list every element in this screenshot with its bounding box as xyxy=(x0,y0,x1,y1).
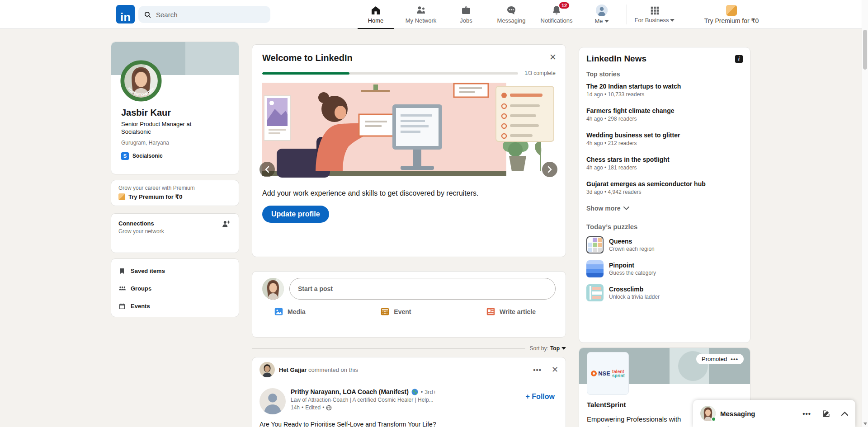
author-name[interactable]: Prithy Narayann, LOA Coach (Manifest) xyxy=(291,388,409,395)
premium-upsell-card: Grow your career with Premium Try Premiu… xyxy=(111,180,239,206)
connections-card[interactable]: Connections Grow your network xyxy=(111,213,239,253)
start-post-input[interactable]: Start a post xyxy=(289,278,556,300)
connections-subtitle: Grow your network xyxy=(118,228,231,235)
sprint-logo-text: sprint xyxy=(612,374,625,378)
chevron-down-icon xyxy=(670,19,675,22)
nav-messaging-label: Messaging xyxy=(497,17,526,24)
composer-avatar[interactable] xyxy=(262,278,284,300)
puzzle-desc: Crown each region xyxy=(609,246,655,252)
post-close-icon[interactable]: ✕ xyxy=(552,365,558,375)
post-composer-card: Start a post Media Event Write article xyxy=(252,271,566,338)
puzzle-queens[interactable]: Queens Crown each region xyxy=(586,236,743,253)
nav-jobs[interactable]: Jobs xyxy=(443,0,489,29)
sidebar-item-groups[interactable]: Groups xyxy=(118,280,231,297)
story-title: The 20 Indian startups to watch xyxy=(586,83,743,90)
post-author-row: Prithy Narayann, LOA Coach (Manifest) • … xyxy=(259,388,558,414)
context-avatar[interactable] xyxy=(259,362,275,377)
carousel-next-button[interactable] xyxy=(542,162,557,177)
linkedin-home-page: in Home My Network Jobs Messaging xyxy=(0,0,868,427)
media-button[interactable]: Media xyxy=(274,307,306,316)
welcome-card: Welcome to LinkedIn ✕ 1/3 complete xyxy=(252,44,566,257)
profile-name[interactable]: Jasbir Kaur xyxy=(121,108,229,118)
search-input[interactable] xyxy=(156,11,255,19)
nav-for-business[interactable]: For Business xyxy=(631,0,678,29)
scrollbar-down-arrow[interactable] xyxy=(863,422,867,425)
page-scrollbar[interactable] xyxy=(862,0,868,427)
puzzle-pinpoint[interactable]: Pinpoint Guess the category xyxy=(586,260,743,277)
profile-avatar-open-to-work[interactable]: #OPENTOWORK xyxy=(120,60,162,102)
scrollbar-thumb[interactable] xyxy=(863,30,867,70)
try-premium-link[interactable]: Try Premium for ₹0 xyxy=(686,0,777,29)
chevron-up-icon[interactable] xyxy=(841,412,848,416)
show-more-button[interactable]: Show more xyxy=(586,205,743,212)
me-avatar xyxy=(596,5,608,16)
nav-jobs-label: Jobs xyxy=(460,17,472,24)
try-premium-label: Try Premium for ₹0 xyxy=(704,17,759,24)
post-meta: 14h • Edited • xyxy=(291,404,436,411)
puzzle-crossclimb[interactable]: Crossclimb Unlock a trivia ladder xyxy=(586,284,743,301)
connections-title: Connections xyxy=(118,220,231,227)
my-network-icon xyxy=(415,5,426,16)
messaging-dock[interactable]: Messaging ••• xyxy=(693,400,855,427)
nav-home[interactable]: Home xyxy=(353,0,398,29)
carousel-previous-button[interactable] xyxy=(259,162,275,177)
onboarding-illustration xyxy=(262,83,557,179)
premium-icon xyxy=(118,193,125,200)
author-avatar[interactable] xyxy=(259,388,286,414)
ad-logo[interactable]: NSE talent sprint xyxy=(587,352,629,395)
divider xyxy=(252,348,525,349)
ad-more-icon[interactable]: ••• xyxy=(731,356,738,362)
connection-degree: • 3rd+ xyxy=(421,389,437,395)
news-story[interactable]: Farmers fight climate change 4h ago • 29… xyxy=(586,107,743,122)
for-business-label: For Business xyxy=(635,17,669,23)
profile-company-name: Socialsonic xyxy=(132,153,163,159)
ad-brand-name[interactable]: TalentSprint xyxy=(587,401,626,408)
event-button[interactable]: Event xyxy=(380,307,411,316)
linkedin-logo[interactable]: in xyxy=(116,5,135,23)
sidebar-item-events[interactable]: Events xyxy=(118,297,231,315)
nav-messaging[interactable]: Messaging xyxy=(489,0,534,29)
search-bar[interactable] xyxy=(138,6,270,23)
sort-by-dropdown[interactable]: Sort by: Top xyxy=(530,345,566,352)
follow-button[interactable]: + Follow xyxy=(526,393,555,401)
premium-icon xyxy=(726,5,737,16)
show-more-label: Show more xyxy=(586,205,620,212)
event-icon xyxy=(380,307,390,316)
globe-earth-icon xyxy=(411,389,418,395)
premium-upsell-cta[interactable]: Try Premium for ₹0 xyxy=(118,193,231,200)
groups-icon xyxy=(118,285,126,292)
context-actor-name[interactable]: Het Gajjar xyxy=(279,366,307,373)
profile-company[interactable]: S Socialsonic xyxy=(121,152,229,160)
promoted-label: Promoted xyxy=(702,356,727,362)
nse-logo-text: NSE xyxy=(598,370,610,377)
post-body-text: Are You Ready to Prioritise Self-Love an… xyxy=(259,421,558,427)
main-feed: Welcome to LinkedIn ✕ 1/3 complete xyxy=(252,44,566,427)
grid-icon xyxy=(650,5,660,15)
write-article-icon xyxy=(486,307,495,316)
nav-notifications[interactable]: 12 Notifications xyxy=(534,0,579,29)
sidebar-item-saved-items[interactable]: Saved items xyxy=(118,262,231,280)
profile-card: #OPENTOWORK Jasbir Kaur Senior Product M… xyxy=(111,42,239,174)
nav-me[interactable]: Me xyxy=(579,0,624,29)
news-story[interactable]: Wedding business set to glitter 4h ago •… xyxy=(586,131,743,146)
messaging-more-icon[interactable]: ••• xyxy=(802,410,811,418)
news-story[interactable]: Chess stars in the spotlight 4h ago • 18… xyxy=(586,156,743,171)
nav-divider xyxy=(627,5,627,24)
add-person-icon[interactable] xyxy=(221,219,231,229)
news-story[interactable]: Gujarat emerges as semiconductor hub 3d … xyxy=(586,180,743,195)
update-profile-button[interactable]: Update profile xyxy=(262,206,329,223)
write-article-button[interactable]: Write article xyxy=(486,307,536,316)
close-icon[interactable]: ✕ xyxy=(549,52,557,62)
post-more-icon[interactable]: ••• xyxy=(533,366,542,374)
chevron-down-icon xyxy=(623,206,629,210)
news-story[interactable]: The 20 Indian startups to watch 1d ago •… xyxy=(586,83,743,98)
info-icon[interactable]: i xyxy=(735,55,743,63)
compose-icon[interactable] xyxy=(822,409,830,418)
nav-my-network[interactable]: My Network xyxy=(398,0,443,29)
progress-fill xyxy=(262,72,349,75)
profile-headline: Senior Product Manager at Socialsonic xyxy=(121,121,207,136)
chevron-down-icon xyxy=(604,20,609,23)
media-label: Media xyxy=(288,308,306,315)
sort-by-value: Top xyxy=(550,345,560,352)
bullet-separator: • xyxy=(302,404,303,411)
